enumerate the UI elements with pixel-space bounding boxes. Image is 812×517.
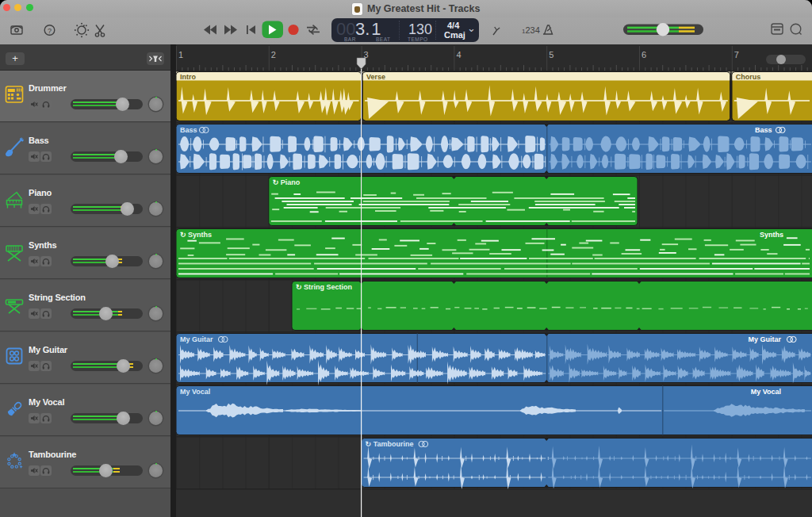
svg-text:My Vocal: My Vocal [751, 388, 781, 396]
svg-text:7: 7 [734, 50, 739, 59]
svg-text:2: 2 [271, 50, 276, 59]
svg-text:5: 5 [549, 50, 553, 59]
svg-text:My Guitar: My Guitar [180, 335, 213, 343]
svg-text:My Vocal: My Vocal [180, 388, 210, 396]
svg-text:Bass: Bass [755, 126, 772, 134]
svg-text:Chorus: Chorus [736, 73, 761, 81]
svg-text:Synths: Synths [760, 231, 783, 239]
svg-text:My Guitar: My Guitar [748, 335, 781, 343]
svg-text:1234: 1234 [522, 25, 540, 35]
svg-text:1: 1 [178, 50, 183, 59]
svg-text:↻ Piano: ↻ Piano [273, 178, 301, 186]
svg-text:↻ Synths: ↻ Synths [180, 231, 212, 239]
svg-text:Intro: Intro [180, 73, 196, 81]
svg-text:Bass: Bass [180, 126, 197, 134]
svg-text:↻ String Section: ↻ String Section [296, 283, 352, 291]
svg-text:?: ? [48, 27, 52, 35]
svg-text:4: 4 [456, 50, 461, 59]
svg-text:6: 6 [642, 50, 646, 59]
svg-text:↻ Tambourine: ↻ Tambourine [366, 440, 414, 448]
svg-text:Verse: Verse [366, 73, 385, 81]
